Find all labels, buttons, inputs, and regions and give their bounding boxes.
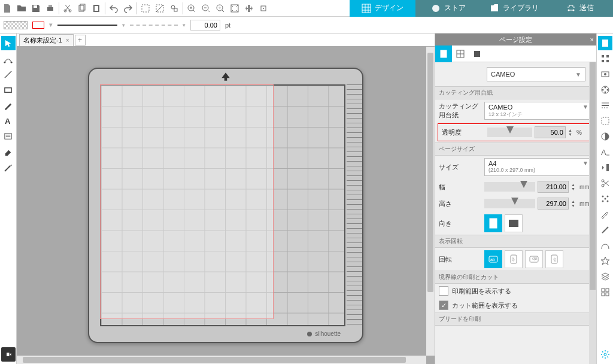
center-icon[interactable] xyxy=(256,1,271,16)
width-spinner[interactable]: ▲▼ xyxy=(571,183,577,191)
redo-icon[interactable] xyxy=(121,1,135,16)
expand-right-icon[interactable] xyxy=(598,160,612,175)
stroke-swatch[interactable] xyxy=(32,22,44,29)
height-slider[interactable] xyxy=(484,199,535,208)
width-slider[interactable] xyxy=(484,182,535,192)
save-icon[interactable] xyxy=(29,1,43,16)
cutmat-select[interactable]: CAMEO12 x 12インチ▼ xyxy=(484,102,593,120)
edit-points-tool[interactable] xyxy=(1,51,16,66)
tab-store[interactable]: ストア xyxy=(415,0,481,17)
panel-tab-page[interactable] xyxy=(435,46,452,62)
zoom-in-icon[interactable] xyxy=(184,1,199,16)
shapes-icon[interactable] xyxy=(167,1,181,16)
canvas-hscroll[interactable] xyxy=(17,356,426,364)
text-tool[interactable]: A xyxy=(1,114,16,128)
svg-rect-2 xyxy=(48,5,52,7)
svg-text:A: A xyxy=(5,117,11,126)
pixscan-icon[interactable] xyxy=(598,67,612,81)
tab-library[interactable]: ライブラリ xyxy=(481,0,547,17)
svg-rect-37 xyxy=(5,87,11,92)
cutting-mat[interactable]: silhouette xyxy=(88,68,363,343)
line-style-icon[interactable] xyxy=(598,98,612,113)
nest-icon[interactable] xyxy=(598,238,612,253)
line-tool[interactable] xyxy=(1,67,16,81)
print-icon[interactable] xyxy=(43,1,57,16)
panel-tab-grid[interactable] xyxy=(452,46,469,62)
width-input[interactable] xyxy=(538,181,569,193)
open-file-icon[interactable] xyxy=(14,1,29,16)
height-input[interactable] xyxy=(538,198,569,210)
stroke-width-input[interactable] xyxy=(190,20,220,31)
tab-design[interactable]: デザイン xyxy=(350,0,415,17)
right-toolbar: A xyxy=(596,34,613,364)
color-tool-icon[interactable] xyxy=(598,83,612,97)
page-setup-icon[interactable] xyxy=(598,36,612,50)
rotate-180[interactable]: ab xyxy=(525,250,543,268)
text-style-icon[interactable]: A xyxy=(598,145,612,159)
select-all-icon[interactable] xyxy=(138,1,153,16)
svg-rect-85 xyxy=(606,289,609,292)
fit-icon[interactable] xyxy=(227,1,242,16)
machine-select[interactable]: CAMEO▼ xyxy=(487,67,585,81)
panel-tab-regmarks[interactable] xyxy=(469,46,485,62)
eraser-tool[interactable] xyxy=(1,145,16,159)
pan-icon[interactable] xyxy=(242,1,256,16)
zoom-drag-icon[interactable] xyxy=(213,1,227,16)
star-icon[interactable] xyxy=(598,254,612,268)
height-spinner[interactable]: ▲▼ xyxy=(571,199,577,208)
cut-icon[interactable] xyxy=(60,1,75,16)
layers-icon[interactable] xyxy=(598,269,612,284)
svg-rect-47 xyxy=(474,51,480,57)
knife-2-icon[interactable] xyxy=(598,223,612,237)
rect-tool[interactable] xyxy=(1,83,16,97)
close-panel-icon[interactable]: × xyxy=(590,36,594,43)
rotate-270[interactable]: ab xyxy=(545,250,563,268)
grid-tool-icon[interactable] xyxy=(598,51,612,66)
panel-vscroll[interactable] xyxy=(589,62,596,364)
svg-rect-58 xyxy=(602,40,608,47)
tab-send[interactable]: 送信 xyxy=(547,0,613,17)
show-cut-area-check[interactable]: ✓カット範囲を表示する xyxy=(435,298,596,313)
opacity-slider[interactable] xyxy=(487,128,532,137)
replicate-icon[interactable] xyxy=(598,285,612,299)
paste-icon[interactable] xyxy=(89,1,104,16)
new-file-icon[interactable] xyxy=(0,1,14,16)
svg-point-64 xyxy=(604,73,606,75)
fill-swatch[interactable] xyxy=(4,21,28,29)
svg-point-68 xyxy=(604,92,606,93)
svg-rect-61 xyxy=(606,55,609,57)
opacity-spinner[interactable]: ▲▼ xyxy=(568,128,574,136)
close-tab-icon[interactable]: × xyxy=(66,37,69,44)
note-tool[interactable] xyxy=(1,129,16,144)
deselect-icon[interactable] xyxy=(153,1,167,16)
knife-tool[interactable] xyxy=(1,160,16,175)
dash-style[interactable] xyxy=(130,25,178,26)
expand-left-icon[interactable] xyxy=(1,347,16,362)
size-select[interactable]: A4(210.0 x 297.0 mm)▼ xyxy=(484,158,593,176)
zoom-out-icon[interactable] xyxy=(199,1,213,16)
draw-tool[interactable] xyxy=(1,98,16,113)
canvas-area: 名称未設定-1× + silhouette xyxy=(17,34,435,364)
undo-icon[interactable] xyxy=(107,1,121,16)
settings-icon[interactable] xyxy=(598,347,612,362)
rotate-0[interactable]: ab xyxy=(484,250,502,268)
sketch-icon[interactable] xyxy=(598,207,612,222)
svg-point-24 xyxy=(263,8,264,9)
scissors-icon[interactable] xyxy=(598,176,612,190)
select-tool[interactable] xyxy=(1,36,16,50)
contrast-icon[interactable] xyxy=(598,129,612,144)
copy-icon[interactable] xyxy=(75,1,89,16)
svg-point-80 xyxy=(606,196,608,198)
line-style[interactable] xyxy=(57,25,117,26)
svg-point-81 xyxy=(602,201,603,202)
trace-icon[interactable] xyxy=(598,114,612,128)
rotate-90[interactable]: ab xyxy=(505,250,523,268)
show-print-area-check[interactable]: 印刷範囲を表示する xyxy=(435,284,596,298)
orient-landscape[interactable] xyxy=(505,214,523,232)
doc-tab[interactable]: 名称未設定-1× xyxy=(19,34,74,46)
canvas-vscroll[interactable] xyxy=(426,47,435,356)
new-tab-button[interactable]: + xyxy=(75,35,86,46)
orient-portrait[interactable] xyxy=(484,214,502,232)
opacity-input[interactable] xyxy=(535,126,566,138)
rhinestone-icon[interactable] xyxy=(598,192,612,206)
